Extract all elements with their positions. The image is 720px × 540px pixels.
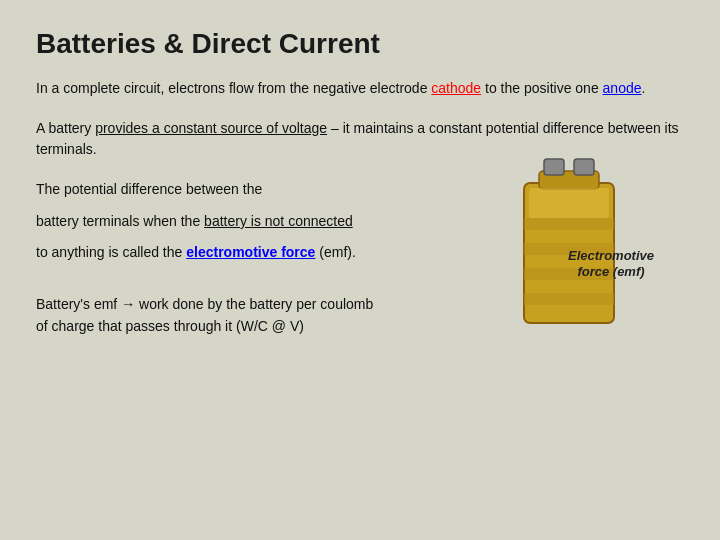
anode-link: anode — [603, 80, 642, 96]
svg-rect-7 — [524, 293, 614, 305]
emf-overlay-label: Electromotive force (emf) — [568, 248, 654, 279]
slide: Batteries & Direct Current — [0, 0, 720, 540]
emf-link: electromotive force — [186, 244, 315, 260]
content-area: Electromotive force (emf) In a complete … — [36, 78, 684, 348]
svg-rect-8 — [529, 188, 609, 218]
svg-rect-3 — [574, 159, 594, 175]
slide-title: Batteries & Direct Current — [36, 28, 684, 60]
cathode-link: cathode — [431, 80, 481, 96]
svg-rect-2 — [544, 159, 564, 175]
paragraph-1: In a complete circuit, electrons flow fr… — [36, 78, 684, 100]
battery-illustration — [514, 143, 624, 338]
svg-rect-4 — [524, 218, 614, 230]
